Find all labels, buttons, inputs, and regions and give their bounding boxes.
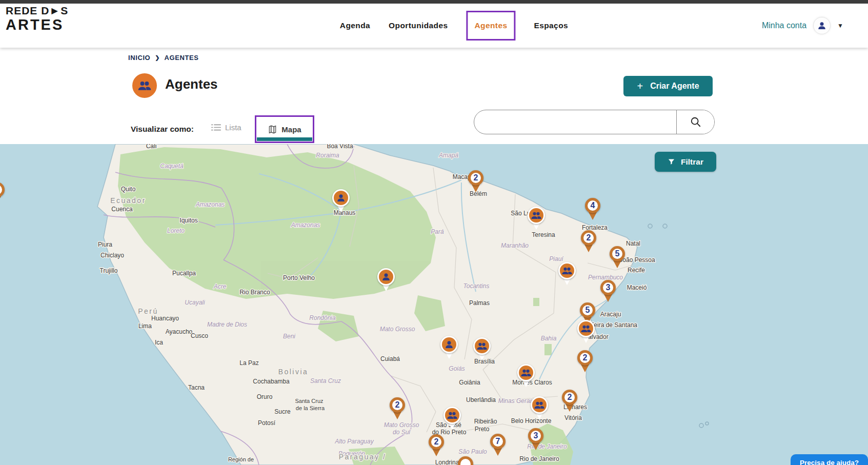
breadcrumb-item[interactable]: INICIO xyxy=(128,54,150,62)
cluster-count: 5 xyxy=(586,306,590,315)
marker-pointer xyxy=(393,412,401,419)
view-mode-label: Visualizar como: xyxy=(131,125,194,134)
search-input[interactable] xyxy=(474,110,676,134)
person-icon xyxy=(336,193,346,203)
marker-pointer xyxy=(613,260,621,268)
marker-pointer xyxy=(472,185,480,192)
marker-circle: 4 xyxy=(585,198,600,213)
marker-circle xyxy=(443,407,461,424)
marker-circle: 3 xyxy=(600,280,616,295)
account-menu[interactable]: Minha conta ▼ xyxy=(762,4,843,48)
nav-item-espacos[interactable]: Espaços xyxy=(534,21,568,30)
mapa-annotation-box: Mapa xyxy=(255,115,314,143)
marker-circle: 2 xyxy=(429,434,444,450)
marker-circle: 2 xyxy=(562,390,577,405)
marker-circle xyxy=(0,182,5,197)
people-icon xyxy=(520,367,532,378)
marker-circle: 2 xyxy=(468,170,483,186)
list-icon xyxy=(211,124,221,131)
marker-circle: 2 xyxy=(581,230,596,246)
marker-pointer xyxy=(532,442,540,450)
marker-circle: 2 xyxy=(577,350,593,366)
marker-circle: 3 xyxy=(528,428,543,443)
view-lista-label: Lista xyxy=(225,123,241,132)
logo-line1: REDE D►S xyxy=(6,5,68,17)
cluster-count: 7 xyxy=(496,437,500,446)
marker-circle xyxy=(528,207,545,224)
marker-pointer xyxy=(581,365,589,372)
marker-circle xyxy=(517,364,535,381)
agents-icon xyxy=(132,73,157,98)
search-button[interactable] xyxy=(676,110,714,134)
person-icon xyxy=(381,272,391,282)
marker-circle xyxy=(473,337,491,355)
marker-circle xyxy=(531,396,548,414)
logo[interactable]: REDE D►S ARTES xyxy=(6,5,68,32)
cluster-count: 4 xyxy=(591,201,595,210)
create-agent-button[interactable]: + Criar Agente xyxy=(623,76,713,96)
top-strip xyxy=(0,0,868,4)
filter-button[interactable]: Filtrar xyxy=(655,152,716,172)
cluster-count: 5 xyxy=(615,249,620,258)
marker-circle xyxy=(558,262,576,279)
help-button[interactable]: Precisa de ajuda? xyxy=(791,454,868,465)
people-icon xyxy=(534,399,545,411)
active-view-underline xyxy=(257,137,312,141)
marker-circle: 7 xyxy=(490,434,506,449)
breadcrumb: INICIO❯AGENTES xyxy=(128,54,199,62)
cluster-count: 2 xyxy=(587,233,591,242)
logo-line2: ARTES xyxy=(6,17,68,32)
header: REDE D►S ARTES AgendaOportunidadesAgente… xyxy=(0,4,868,48)
cluster-count: 2 xyxy=(583,353,588,362)
nav-item-agentes[interactable]: Agentes xyxy=(475,21,508,30)
main-nav: AgendaOportunidadesAgentesEspaços xyxy=(340,4,568,48)
chevron-down-icon[interactable]: ▼ xyxy=(837,22,843,29)
chevron-right-icon: ❯ xyxy=(155,54,159,61)
map-icon xyxy=(268,125,277,134)
marker-pointer xyxy=(566,404,574,412)
people-icon xyxy=(476,340,488,352)
search-icon xyxy=(690,116,701,128)
nav-annotation-box: Agentes xyxy=(467,11,516,41)
marker-circle: 5 xyxy=(580,302,595,318)
marker-pointer xyxy=(584,245,593,252)
cluster-count: 3 xyxy=(606,283,611,292)
marker-circle xyxy=(440,336,458,353)
subheader: INICIO❯AGENTES Agentes + Criar Agente Vi… xyxy=(0,48,868,144)
app: REDE D►S ARTES AgendaOportunidadesAgente… xyxy=(0,0,868,465)
cluster-count: 2 xyxy=(434,437,439,447)
people-icon xyxy=(531,210,542,221)
map-canvas[interactable]: CaliQuitoCuencaIquitosPiuraChiclayoTruji… xyxy=(0,144,868,465)
nav-item-agenda[interactable]: Agenda xyxy=(340,21,370,30)
marker-circle xyxy=(332,189,350,207)
marker-pointer xyxy=(494,448,502,456)
map-markers-layer: 242535222732 xyxy=(0,144,868,465)
person-icon xyxy=(817,21,827,31)
people-icon xyxy=(561,265,573,276)
nav-item-oportunidades[interactable]: Oportunidades xyxy=(389,21,448,30)
people-icon xyxy=(137,78,152,93)
marker-pointer xyxy=(432,449,440,456)
view-option-lista[interactable]: Lista xyxy=(211,123,241,132)
page-title: Agentes xyxy=(165,76,218,92)
cluster-count: 2 xyxy=(474,173,478,183)
marker-circle xyxy=(458,456,473,465)
cluster-count: 2 xyxy=(395,400,400,410)
marker-circle xyxy=(377,268,395,286)
view-mapa-label: Mapa xyxy=(281,125,301,134)
marker-pointer xyxy=(0,196,1,204)
cluster-count: 3 xyxy=(534,431,538,440)
breadcrumb-item: AGENTES xyxy=(165,54,199,62)
search-bar xyxy=(474,110,715,134)
create-agent-label: Criar Agente xyxy=(650,82,699,91)
cluster-count: 2 xyxy=(568,393,572,402)
account-label[interactable]: Minha conta xyxy=(762,21,806,30)
avatar[interactable] xyxy=(813,17,831,34)
marker-circle xyxy=(577,320,595,337)
people-icon xyxy=(580,323,592,334)
plus-icon: + xyxy=(637,80,643,92)
marker-pointer xyxy=(589,212,597,220)
marker-circle: 5 xyxy=(610,246,625,261)
people-icon xyxy=(447,410,458,421)
person-icon xyxy=(444,339,454,350)
